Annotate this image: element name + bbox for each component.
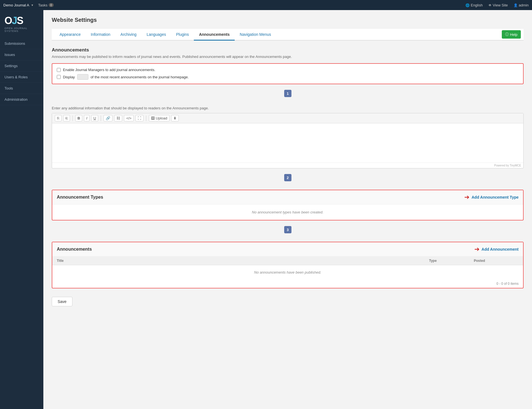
toolbar-bold-btn[interactable]: B [75, 115, 82, 121]
checkbox-area: Enable Journal Managers to add journal a… [52, 63, 524, 84]
editor-toolbar: ⎘ ⎗ B I U 🔗 ⛓ </> ⛶ 🖼 Upload ⬇ [52, 113, 523, 123]
announcements-table: Title Type Posted No announcements have … [52, 257, 523, 288]
toolbar-divider-2 [101, 116, 101, 121]
announcement-types-empty: No announcement types have been created. [52, 204, 523, 220]
table-pagination: 0 - 0 of 0 items [52, 279, 523, 288]
save-button[interactable]: Save [52, 297, 72, 306]
sidebar-item-tools[interactable]: Tools [0, 83, 43, 94]
toolbar-copy-btn[interactable]: ⎘ [55, 115, 62, 121]
editor-body[interactable] [52, 123, 523, 163]
page-title: Website Settings [52, 17, 524, 23]
globe-icon [465, 3, 470, 7]
toolbar-unlink-btn[interactable]: ⛓ [114, 115, 122, 121]
announcements-table-title: Announcements [57, 247, 92, 252]
sidebar: OJS OPEN JOURNAL SYSTEMS Submissions Iss… [0, 10, 43, 409]
main-content: Website Settings Appearance Information … [43, 10, 532, 409]
tab-appearance[interactable]: Appearance [55, 29, 86, 40]
admin-item[interactable]: admin [514, 3, 529, 7]
journal-selector[interactable]: Demo Journal A ▼ [3, 3, 34, 7]
add-announcement-arrow-icon: ➔ [474, 246, 479, 252]
announcement-types-header: Announcement Types ➔ Add Announcement Ty… [52, 190, 523, 204]
tasks-badge[interactable]: Tasks 0 [38, 3, 53, 7]
toolbar-fullscreen-btn[interactable]: ⛶ [135, 115, 143, 121]
add-announcement-button[interactable]: Add Announcement [482, 247, 519, 251]
col-posted-header: Posted [474, 259, 519, 263]
display-label-after: of the most recent announcements on the … [91, 75, 189, 79]
toolbar-italic-btn[interactable]: I [84, 115, 90, 121]
help-label: Help [510, 32, 517, 37]
announcement-types-section: Announcement Types ➔ Add Announcement Ty… [52, 190, 524, 220]
logo: OJS [4, 16, 23, 26]
logo-j: J [12, 15, 17, 26]
tab-languages[interactable]: Languages [142, 29, 171, 40]
add-announcement-type-button[interactable]: Add Announcement Type [472, 195, 519, 199]
sidebar-item-issues[interactable]: Issues [0, 49, 43, 60]
language-item[interactable]: English [465, 3, 483, 7]
display-recent-checkbox[interactable] [57, 75, 61, 79]
info-text: Enter any additional information that sh… [52, 106, 524, 110]
admin-label: admin [519, 3, 529, 7]
logo-subtitle: OPEN JOURNAL SYSTEMS [4, 27, 39, 32]
announcement-types-title: Announcement Types [57, 195, 103, 200]
sidebar-logo: OJS OPEN JOURNAL SYSTEMS [0, 10, 43, 38]
step-badge-2: 2 [284, 174, 291, 181]
topbar-left: Demo Journal A ▼ Tasks 0 [3, 3, 54, 7]
help-circle-icon: ⓘ [505, 32, 509, 37]
table-empty-message: No announcements have been published. [52, 265, 523, 279]
logo-o: O [4, 15, 12, 26]
display-label-before: Display [63, 75, 75, 79]
editor-wrap: ⎘ ⎗ B I U 🔗 ⛓ </> ⛶ 🖼 Upload ⬇ Powered b… [52, 113, 524, 168]
journal-arrow: ▼ [31, 4, 34, 7]
tab-navigation-menus[interactable]: Navigation Menus [235, 29, 276, 40]
toolbar-divider-1 [72, 116, 73, 121]
announcements-section-desc: Announcements may be published to inform… [52, 55, 524, 59]
tabs-bar: Appearance Information Archiving Languag… [52, 29, 524, 41]
tab-announcements[interactable]: Announcements [194, 29, 235, 40]
tab-plugins[interactable]: Plugins [171, 29, 194, 40]
checkbox-row-1: Enable Journal Managers to add journal a… [57, 68, 519, 72]
tab-archiving[interactable]: Archiving [116, 29, 142, 40]
table-header: Title Type Posted [52, 257, 523, 265]
sidebar-item-submissions[interactable]: Submissions [0, 38, 43, 49]
sidebar-nav: Submissions Issues Settings Users & Role… [0, 38, 43, 409]
toolbar-paste-btn[interactable]: ⎗ [63, 115, 70, 121]
col-type-header: Type [429, 259, 474, 263]
display-count-input[interactable] [77, 74, 88, 80]
step-badge-1: 1 [284, 90, 291, 97]
toolbar-link-btn[interactable]: 🔗 [103, 115, 112, 121]
view-site-label: View Site [493, 3, 508, 7]
topbar: Demo Journal A ▼ Tasks 0 English View Si… [0, 0, 532, 10]
eye-icon [488, 3, 492, 7]
toolbar-upload-btn[interactable]: 🖼 Upload [149, 115, 170, 121]
enable-announcements-label: Enable Journal Managers to add journal a… [63, 68, 155, 72]
help-button[interactable]: ⓘ Help [502, 30, 521, 39]
sidebar-item-administration[interactable]: Administration [0, 94, 43, 105]
sidebar-item-users-roles[interactable]: Users & Roles [0, 72, 43, 83]
language-label: English [471, 3, 483, 7]
toolbar-underline-btn[interactable]: U [91, 115, 98, 121]
view-site-item[interactable]: View Site [488, 3, 508, 7]
tab-information[interactable]: Information [86, 29, 116, 40]
toolbar-download-btn[interactable]: ⬇ [171, 115, 179, 121]
tasks-label: Tasks [38, 3, 47, 7]
toolbar-code-btn[interactable]: </> [124, 115, 134, 121]
enable-announcements-checkbox[interactable] [57, 68, 61, 72]
tasks-count: 0 [49, 3, 54, 7]
logo-s: S [17, 15, 23, 26]
journal-name: Demo Journal A [3, 3, 29, 7]
sidebar-item-settings[interactable]: Settings [0, 60, 43, 72]
announcements-section-title: Announcements [52, 47, 524, 53]
checkbox-row-2: Display of the most recent announcements… [57, 74, 519, 80]
add-type-arrow-icon: ➔ [464, 194, 469, 200]
announcements-table-section: Announcements ➔ Add Announcement Title T… [52, 242, 524, 288]
editor-footer: Powered by TinyMCE [52, 163, 523, 168]
step-badge-3: 3 [284, 226, 291, 233]
topbar-right: English View Site admin [465, 3, 529, 7]
toolbar-divider-3 [146, 116, 146, 121]
announcements-table-header: Announcements ➔ Add Announcement [52, 242, 523, 257]
user-icon [514, 3, 518, 7]
col-title-header: Title [57, 259, 429, 263]
